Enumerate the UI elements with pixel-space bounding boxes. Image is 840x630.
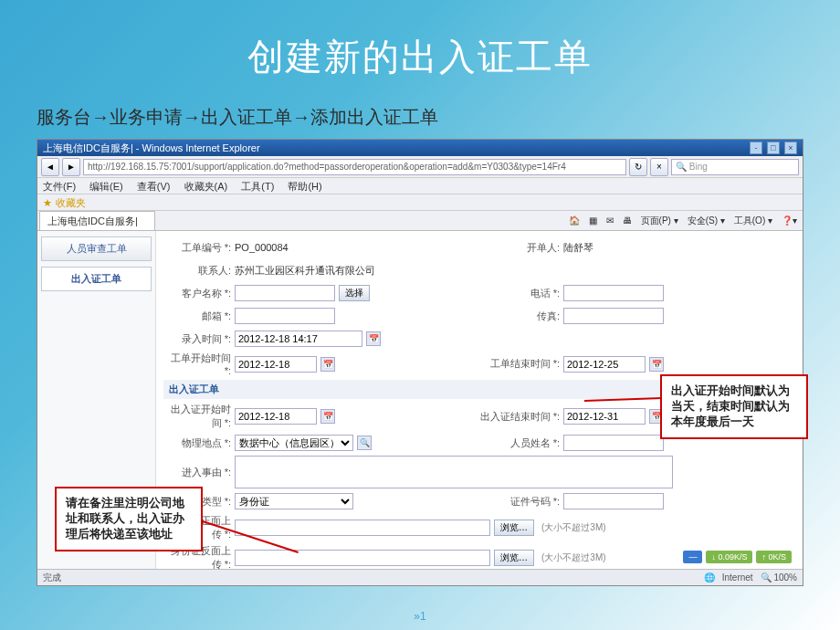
creator-label: 开单人: (417, 241, 563, 255)
stop-button[interactable]: × (650, 158, 668, 176)
minimize-icon[interactable]: - (750, 142, 762, 154)
calendar-icon[interactable]: 📅 (366, 331, 381, 346)
window-controls: - □ × (748, 142, 797, 154)
end-label: 工单结束时间 *: (417, 357, 563, 371)
menu-help[interactable]: 帮助(H) (288, 181, 321, 192)
fax-input[interactable] (563, 308, 664, 324)
tel-input[interactable] (563, 285, 664, 301)
creator-value: 陆舒琴 (563, 241, 795, 255)
status-done: 完成 (43, 572, 61, 584)
menu-tools[interactable]: 工具(T) (241, 181, 274, 192)
reason-textarea[interactable] (235, 456, 673, 488)
search-icon[interactable]: 🔍 (357, 436, 372, 450)
page-menu[interactable]: 页面(P) ▾ (641, 215, 678, 227)
calendar-icon[interactable]: 📅 (649, 357, 664, 372)
forward-button[interactable]: ► (62, 158, 80, 176)
home-button[interactable]: 🏠 (569, 215, 580, 226)
start-date-input[interactable] (235, 356, 317, 373)
person-input[interactable] (563, 435, 664, 451)
favorites-bar: ★收藏夹 (37, 194, 803, 211)
menu-bar: 文件(F) 编辑(E) 查看(V) 收藏夹(A) 工具(T) 帮助(H) (37, 178, 803, 194)
maximize-icon[interactable]: □ (767, 142, 780, 154)
input-time-field[interactable] (235, 331, 362, 347)
id-type-select[interactable]: 身份证 (235, 493, 353, 509)
hint: (大小不超过3M) (541, 551, 606, 564)
help-menu[interactable]: ❓▾ (782, 215, 797, 226)
start-label: 工单开始时间 *: (163, 352, 235, 376)
customer-label: 客户名称 *: (163, 287, 235, 300)
contact-label: 联系人: (163, 264, 235, 278)
address-bar[interactable]: http://192.168.15.75:7001/support/applic… (83, 159, 626, 175)
pass-end-input[interactable] (563, 408, 646, 425)
close-icon[interactable]: × (784, 142, 797, 154)
end-date-input[interactable] (563, 356, 646, 373)
menu-fav[interactable]: 收藏夹(A) (184, 181, 228, 192)
print-button[interactable]: 🖶 (623, 215, 632, 226)
select-button[interactable]: 选择 (339, 285, 370, 301)
menu-file[interactable]: 文件(F) (43, 181, 76, 192)
contact-value: 苏州工业园区科升通讯有限公司 (235, 264, 795, 278)
speed-widget: — ↓ 0.09K/S ↑ 0K/S (683, 551, 792, 563)
fax-label: 传真: (417, 310, 563, 323)
reason-label: 进入事由 *: (163, 466, 235, 479)
refresh-button[interactable]: ↻ (629, 158, 647, 176)
email-input[interactable] (235, 308, 335, 324)
active-tab[interactable]: 上海电信IDC自服务| (39, 211, 155, 230)
tel-label: 电话 *: (417, 287, 563, 300)
id-no-input[interactable] (563, 493, 664, 509)
breadcrumb: 服务台→业务申请→出入证工单→添加出入证工单 (37, 105, 803, 130)
window-title: 上海电信IDC自服务| - Windows Internet Explorer (43, 142, 260, 155)
sidebar-item-review[interactable]: 人员审查工单 (41, 236, 152, 261)
window-titlebar: 上海电信IDC自服务| - Windows Internet Explorer … (37, 140, 803, 156)
id-no-label: 证件号码 *: (417, 495, 563, 509)
order-no-value: PO_000084 (235, 242, 417, 253)
zone: Internet (722, 572, 753, 583)
globe-icon: 🌐 (704, 572, 715, 583)
tab-tools: 🏠 ▦ ✉ 🖶 页面(P) ▾ 安全(S) ▾ 工具(O) ▾ ❓▾ (563, 211, 803, 230)
back-file-input[interactable] (235, 550, 490, 566)
calendar-icon[interactable]: 📅 (320, 409, 335, 424)
customer-input[interactable] (235, 285, 335, 301)
location-select[interactable]: 数据中心（信息园区） (235, 435, 353, 451)
zoom-level[interactable]: 🔍 100% (761, 572, 797, 583)
pass-start-label: 出入证开始时间 *: (163, 403, 235, 430)
pass-end-label: 出入证结束时间 *: (417, 410, 563, 424)
callout-right: 出入证开始时间默认为当天，结束时间默认为本年度最后一天 (660, 374, 808, 439)
tools-menu[interactable]: 工具(O) ▾ (734, 215, 772, 227)
menu-view[interactable]: 查看(V) (137, 181, 171, 192)
star-icon[interactable]: ★ (43, 197, 52, 208)
callout-left: 请在备注里注明公司地址和联系人，出入证办理后将快递至该地址 (55, 487, 203, 551)
back-button[interactable]: ◄ (41, 158, 59, 176)
page-number: »1 (414, 610, 425, 623)
safety-menu[interactable]: 安全(S) ▾ (688, 215, 725, 227)
mail-button[interactable]: ✉ (606, 215, 614, 226)
nav-bar: ◄ ► http://192.168.15.75:7001/support/ap… (37, 156, 803, 178)
feed-button[interactable]: ▦ (589, 215, 597, 226)
person-label: 人员姓名 *: (417, 436, 563, 450)
sidebar-item-pass[interactable]: 出入证工单 (41, 267, 152, 291)
order-no-label: 工单编号 *: (163, 241, 235, 255)
location-label: 物理地点 *: (163, 436, 235, 450)
menu-edit[interactable]: 编辑(E) (89, 181, 123, 192)
front-file-input[interactable] (235, 520, 490, 536)
calendar-icon[interactable]: 📅 (320, 357, 335, 372)
minimize-widget[interactable]: — (683, 551, 702, 563)
browse-button[interactable]: 浏览… (494, 520, 534, 536)
email-label: 邮箱 *: (163, 310, 235, 323)
speed-up: ↑ 0K/S (756, 551, 792, 563)
hint: (大小不超过3M) (541, 521, 606, 534)
search-box[interactable]: 🔍 Bing (671, 159, 799, 175)
pass-start-input[interactable] (235, 408, 317, 425)
speed-down: ↓ 0.09K/S (706, 551, 752, 563)
input-time-label: 录入时间 *: (163, 332, 235, 346)
status-bar: 完成 🌐 Internet 🔍 100% (37, 569, 803, 585)
tab-row: 上海电信IDC自服务| 🏠 ▦ ✉ 🖶 页面(P) ▾ 安全(S) ▾ 工具(O… (37, 211, 803, 231)
browse-button[interactable]: 浏览… (494, 550, 534, 566)
slide-title: 创建新的出入证工单 (37, 32, 803, 82)
